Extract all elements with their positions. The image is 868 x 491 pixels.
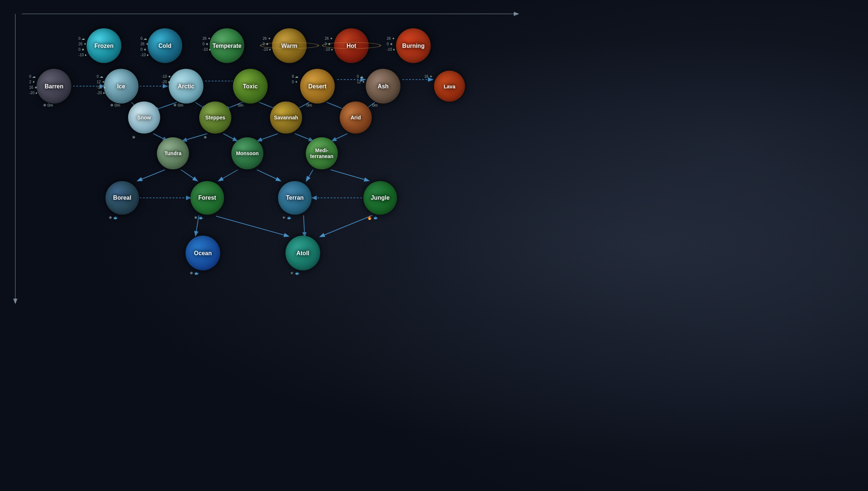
planet-hot[interactable]: Hot: [334, 28, 369, 63]
planet-sphere-snow: Snow: [128, 101, 160, 134]
icon-forest: ❄ 🐟: [194, 215, 204, 220]
planet-temperate[interactable]: Temperate: [210, 28, 244, 63]
planet-monsoon[interactable]: Monsoon: [231, 137, 263, 169]
planet-sphere-steppes: Steppes: [199, 101, 231, 134]
planet-label-arctic: Arctic: [178, 83, 194, 89]
planet-forest[interactable]: Forest: [190, 181, 224, 215]
planet-jungle[interactable]: Jungle: [363, 181, 397, 215]
stats-hot: 26 ✦ 0 ★ -10 ♦: [325, 36, 333, 52]
planet-barren[interactable]: Barren: [37, 69, 72, 104]
planet-sphere-ocean: Ocean: [186, 236, 220, 271]
planet-label-lava: Lava: [444, 83, 455, 89]
planet-sphere-savannah: Savannah: [270, 101, 302, 134]
icon-jungle: 🔥 🐟: [367, 215, 378, 220]
planet-label-monsoon: Monsoon: [236, 150, 259, 156]
icon-ash: 0m: [372, 103, 378, 107]
planet-sphere-forest: Forest: [190, 181, 224, 215]
planet-sphere-arctic: Arctic: [169, 69, 204, 104]
icon-arctic: ❄ 0m: [173, 103, 183, 108]
planet-toxic[interactable]: Toxic: [233, 69, 268, 104]
planet-burning[interactable]: Burning: [396, 28, 431, 63]
planet-label-toxic: Toxic: [243, 83, 258, 89]
stats-burning: 26 ✦ 0 ★ -10 ♦: [387, 36, 395, 52]
planet-sphere-atoll: Atoll: [286, 236, 320, 271]
planet-sphere-hot: Hot: [334, 28, 369, 63]
planet-sphere-jungle: Jungle: [363, 181, 397, 215]
icon-ice: ❄ 0m: [110, 103, 120, 108]
planet-steppes[interactable]: Steppes: [199, 101, 231, 134]
planet-sphere-barren: Barren: [37, 69, 72, 104]
planet-boreal[interactable]: Boreal: [105, 181, 139, 215]
planet-label-ocean: Ocean: [194, 250, 212, 256]
planet-ice[interactable]: Ice: [104, 69, 139, 104]
stats-temperate: 26 ✦ 0 ★ -10 ♦: [202, 36, 211, 52]
planet-sphere-frozen: Frozen: [87, 28, 121, 63]
planet-sphere-warm: Warm: [272, 28, 307, 63]
planet-label-snow: Snow: [137, 115, 151, 120]
planet-label-burning: Burning: [402, 42, 424, 49]
icon-desert: 0m: [306, 103, 312, 107]
icon-atoll: ☀ 🐟: [290, 271, 300, 276]
planet-label-arid: Arid: [351, 115, 361, 120]
stats-ash: 0 ☁ 12 ✦: [357, 74, 365, 85]
planet-cold[interactable]: Cold: [148, 28, 182, 63]
planet-label-temperate: Temperate: [212, 42, 242, 49]
planet-snow[interactable]: Snow: [128, 101, 160, 134]
icon-boreal: ❄ 🐟: [109, 215, 118, 220]
icon-terran: ☀ 🐟: [282, 215, 292, 220]
stats-lava: 16 ✦: [424, 74, 432, 79]
planet-label-desert: Desert: [308, 83, 327, 89]
planet-sphere-mediterranean: Medi- terranean: [306, 137, 338, 169]
planet-frozen[interactable]: Frozen: [87, 28, 121, 63]
planet-arid[interactable]: Arid: [340, 101, 372, 134]
planet-sphere-desert: Desert: [300, 69, 335, 104]
planet-label-frozen: Frozen: [94, 42, 113, 49]
planet-sphere-arid: Arid: [340, 101, 372, 134]
planet-desert[interactable]: Desert: [300, 69, 335, 104]
planet-label-steppes: Steppes: [205, 115, 225, 120]
planet-label-savannah: Savannah: [274, 115, 298, 120]
stats-arctic: -10 ★ -20 ♦: [162, 74, 171, 85]
planet-label-terran: Terran: [286, 195, 304, 201]
planet-sphere-cold: Cold: [148, 28, 182, 63]
stats-warm: 26 ✦ 0 ★ -10 ♦: [263, 36, 271, 52]
planet-label-tundra: Tundra: [165, 150, 181, 156]
planet-sphere-boreal: Boreal: [105, 181, 139, 215]
stats-frozen: 0 ☁ 26 ✦ 0 ★ -10 ♦: [78, 36, 86, 58]
planet-label-forest: Forest: [198, 195, 216, 201]
icon-barren: ❄ 0m: [43, 103, 53, 108]
planet-label-barren: Barren: [45, 83, 63, 89]
stats-barren: 0 ☁ 2 ✦ 16 ★ -20 ♦: [29, 74, 38, 96]
planet-savannah[interactable]: Savannah: [270, 101, 302, 134]
planet-mediterranean[interactable]: Medi- terranean: [306, 137, 338, 169]
planet-sphere-terran: Terran: [278, 181, 312, 215]
planet-warm[interactable]: Warm: [272, 28, 307, 63]
planet-label-jungle: Jungle: [371, 195, 390, 201]
planet-ocean[interactable]: Ocean: [186, 236, 220, 271]
planet-arctic[interactable]: Arctic: [169, 69, 204, 104]
icon-ocean: ❄ 🐟: [190, 271, 199, 276]
planet-terran[interactable]: Terran: [278, 181, 312, 215]
planet-tundra[interactable]: Tundra: [157, 137, 189, 169]
icon-steppes: ❄: [204, 135, 207, 140]
planet-label-atoll: Atoll: [296, 250, 309, 256]
planet-sphere-temperate: Temperate: [210, 28, 244, 63]
planet-atoll[interactable]: Atoll: [286, 236, 320, 271]
planet-sphere-monsoon: Monsoon: [231, 137, 263, 169]
planet-label-mediterranean: Medi- terranean: [310, 147, 333, 159]
stats-ice: 0 ☁ 12 ✦ -15 ★ -20 ♦: [97, 74, 106, 96]
stats-cold: 0 ☁ 26 ✦ 0 ★ -10 ♦: [140, 36, 148, 58]
planet-sphere-toxic: Toxic: [233, 69, 268, 104]
planet-sphere-ice: Ice: [104, 69, 139, 104]
icon-toxic: 0m: [238, 103, 243, 107]
planet-label-cold: Cold: [158, 42, 171, 49]
planet-label-boreal: Boreal: [113, 195, 131, 201]
planet-sphere-lava: Lava: [434, 71, 465, 102]
planet-sphere-ash: Ash: [366, 69, 401, 104]
planet-sphere-burning: Burning: [396, 28, 431, 63]
planet-label-ash: Ash: [378, 83, 389, 89]
icon-snow: ❄: [132, 135, 135, 140]
planet-ash[interactable]: Ash: [366, 69, 401, 104]
stats-desert: 8 ☁ 0 ✦: [292, 74, 298, 85]
planet-lava[interactable]: Lava: [434, 71, 465, 102]
